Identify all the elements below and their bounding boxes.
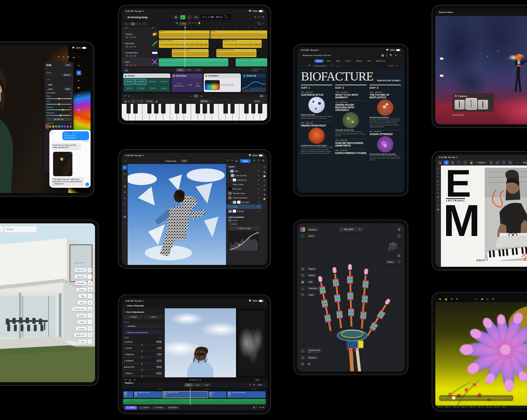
lock-icon[interactable]: 🔒	[445, 298, 448, 301]
help-icon[interactable]: ?	[88, 339, 92, 344]
outliner-icon[interactable]: ☰	[88, 327, 92, 331]
video-clip[interactable]: Skyline_Blue_Wide	[134, 391, 162, 398]
solo-button[interactable]: S	[130, 64, 133, 67]
undo-icon[interactable]: ↶	[58, 56, 59, 59]
soften-icon[interactable]: ◐	[88, 320, 92, 324]
vector-brush-tool[interactable]: ◣	[437, 180, 439, 182]
align-icon[interactable]: ☰	[396, 65, 398, 67]
color-wheel-icon[interactable]	[381, 54, 384, 57]
crop-tool[interactable]: ▦	[122, 214, 127, 219]
tint-slider[interactable]	[46, 104, 72, 105]
browse-button[interactable]: Browse	[62, 73, 72, 76]
history-icon[interactable]: ⏱	[62, 56, 64, 59]
color-section[interactable]: ⌄ Color	[46, 88, 53, 90]
blackpoint-slider[interactable]	[124, 369, 163, 370]
items-button[interactable]: Items	[307, 234, 316, 238]
message-photo-attachment[interactable]: ✕	[53, 152, 72, 176]
record-icon[interactable]: ◉	[439, 298, 441, 301]
wand-icon[interactable]: ✦ ⌄	[159, 337, 163, 339]
bar-ruler[interactable]: 1234567891011121314151617	[159, 27, 267, 30]
send-button[interactable]: ↑	[85, 183, 89, 186]
layer-row[interactable]: ▾Adjustments👁	[226, 178, 262, 182]
align-icon[interactable]: ≡	[501, 160, 506, 165]
clip-partial[interactable]	[123, 391, 133, 398]
tags-icon[interactable]: ⬦	[88, 294, 92, 298]
scenes-button[interactable]: Scenes	[76, 288, 86, 292]
entity-info-icon[interactable]: ⓘ	[88, 268, 92, 272]
move-tool-icon[interactable]: ↖	[463, 160, 468, 165]
shadows-slider[interactable]	[124, 375, 163, 377]
materials-icon[interactable]: ❖	[88, 281, 92, 285]
volume-button[interactable]: 🔉 Volume	[138, 406, 151, 410]
visibility-icon[interactable]: 👁	[258, 193, 259, 194]
tab-draw[interactable]: Draw	[334, 59, 343, 63]
scale-button[interactable]: Scale	[253, 100, 261, 103]
eye-icon[interactable]: 👁	[264, 184, 266, 187]
loop-icon[interactable]: ↻	[189, 22, 190, 26]
decay-knob[interactable]	[228, 83, 229, 86]
heal-tool[interactable]: ✚	[122, 184, 127, 188]
note-icon[interactable]: ♪	[132, 95, 133, 97]
edit-icon[interactable]: ☲	[76, 70, 81, 75]
contact-name[interactable]: Joyce ›	[54, 132, 87, 134]
solo-button[interactable]: S	[130, 46, 133, 48]
poster-canvas[interactable]: E LECTRONIC M USIC	[441, 165, 527, 267]
keyboard-view-button[interactable]: ▦	[259, 95, 264, 98]
more-icon[interactable]: ⋯	[264, 202, 266, 204]
slider-value[interactable]: 45.59	[156, 340, 163, 343]
wet-knob[interactable]	[232, 83, 233, 86]
snap-setting[interactable]: Snap1/4	[257, 22, 261, 25]
display-icon[interactable]: ∞	[88, 314, 92, 318]
playhead[interactable]	[185, 27, 185, 67]
pip-icon[interactable]: ⧉	[253, 384, 255, 386]
node-tool-icon[interactable]: ✋	[469, 160, 474, 165]
play-button[interactable]: ▶	[180, 15, 185, 19]
document-page[interactable]: BIOFACTURE INNOVATION SUMMIT DAY 1 2PM —…	[297, 68, 405, 193]
reset-button[interactable]: ↺ Reset	[144, 315, 163, 319]
octave-up-button[interactable]: ›	[140, 100, 144, 103]
presets-icon[interactable]: ✦	[76, 63, 81, 68]
outliner-button[interactable]: Outliner	[76, 327, 86, 331]
add-mask-button[interactable]: ＋ Add Mask	[124, 324, 163, 328]
visibility-icon[interactable]: 👁	[258, 179, 259, 181]
more-icon[interactable]: ⋯	[155, 27, 157, 29]
gradient-tool[interactable]: ╲	[438, 200, 439, 202]
font-color-icon[interactable]: A	[344, 65, 345, 67]
home-icon[interactable]: ⌂	[341, 228, 343, 230]
sustain-button[interactable]: Sustain	[145, 100, 154, 103]
lens-icon[interactable]: ◌	[76, 100, 81, 105]
environment-icon[interactable]: ◍	[88, 307, 92, 311]
lasso-tool[interactable]: ⟡	[122, 178, 127, 182]
measure-icon[interactable]: ∠	[300, 355, 305, 360]
timeline-area[interactable]: 00:00:15 00:00:30 00:00:45 Skyline_Blue_…	[122, 388, 267, 405]
fill-tool[interactable]: ●	[438, 175, 439, 178]
app-icon[interactable]	[300, 227, 305, 232]
trim-tool[interactable]: ✂ Trim	[179, 22, 187, 26]
tools-icon[interactable]: ✕	[300, 292, 305, 297]
back-chevron[interactable]: ‹	[300, 54, 301, 57]
add-button[interactable]: Add	[307, 280, 314, 284]
split-keyboard-icon[interactable]: ◫	[128, 100, 130, 102]
menu-icon[interactable]: ☰	[450, 160, 455, 165]
undo-icon[interactable]: ↶	[301, 65, 302, 67]
append-icon[interactable]: ⊕	[262, 406, 264, 409]
slider-value[interactable]: 4.41	[156, 347, 163, 350]
piano-keys[interactable]: C2 C3 C4	[122, 104, 267, 121]
more-icon[interactable]: ⋯	[262, 69, 265, 71]
size-slider-knob[interactable]	[440, 58, 443, 60]
detach-icon[interactable]: ⑂	[256, 406, 258, 409]
section-view-button[interactable]: Section ViewOff	[307, 348, 322, 354]
flip-icon[interactable]: ⇋	[495, 160, 500, 165]
section-view-icon[interactable]: ▯	[300, 348, 305, 353]
split-icon[interactable]: ✂	[192, 22, 193, 26]
more-icon[interactable]: ⋯	[399, 54, 402, 57]
help-icon[interactable]: ⓘ	[258, 160, 260, 162]
hide-icon[interactable]: ⊗	[307, 361, 311, 366]
edit-mode-tabs[interactable]: ClipRangeEdge	[184, 383, 212, 387]
zoom-level[interactable]: 34%	[181, 160, 188, 163]
enhance-button[interactable]: ✦ Enhance Light and Color	[124, 330, 163, 335]
tab-layout[interactable]: Layout	[343, 59, 353, 63]
layers-icon[interactable]: ❏	[264, 166, 265, 168]
mixer-toggle[interactable]	[143, 22, 147, 26]
inspect-button[interactable]: ☷ Inspect	[125, 406, 137, 410]
